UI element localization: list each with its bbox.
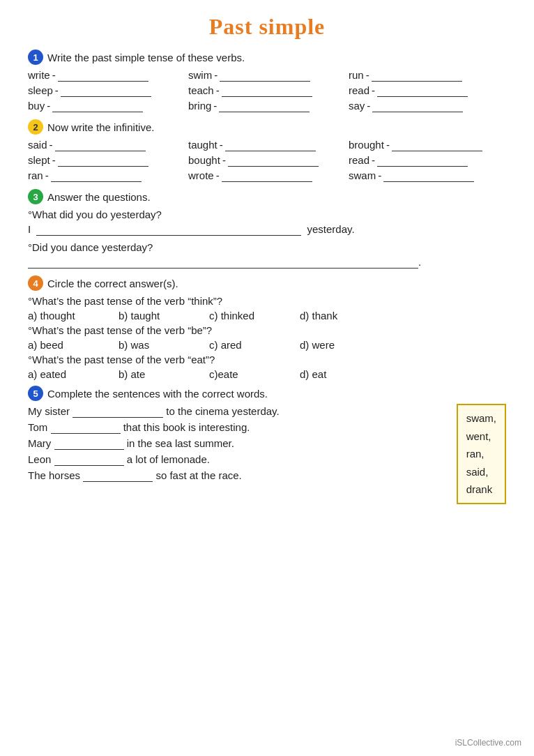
dash: - [216,169,220,181]
section3-q1: °What did you do yesterday? I yesterday. [28,209,506,236]
option-a-beed[interactable]: a) beed [28,339,105,351]
dash: - [367,100,370,112]
option-c-thinked[interactable]: c) thinked [209,310,286,322]
section-3: 3 Answer the questions. °What did you do… [28,189,506,269]
sentence-5-blank[interactable] [83,469,153,482]
option-c-eate[interactable]: c)eate [209,368,286,380]
answer-slept-inf[interactable] [58,154,148,167]
answer-run[interactable] [372,69,462,82]
option-b-taught[interactable]: b) taught [119,310,195,322]
dash: - [47,100,50,112]
circle-q2-options: a) beed b) was c) ared d) were [28,339,506,351]
dash: - [45,169,49,181]
option-c-ared[interactable]: c) ared [209,339,286,351]
word-teach: teach [188,84,214,96]
section3-q2: °Did you dance yesterday? . [28,241,506,269]
section-4: 4 Circle the correct answer(s). °What’s … [28,275,506,380]
answer-write[interactable] [58,69,148,82]
answer-swim[interactable] [220,69,310,82]
answer-sleep[interactable] [61,84,151,97]
list-item: said - [28,139,185,151]
dash: - [372,154,375,166]
section-5: 5 Complete the sentences with the correc… [28,386,506,482]
circle-q3-options: a) eated b) ate c)eate d) eat [28,368,506,380]
badge-4: 4 [28,275,43,291]
sentence-3-blank[interactable] [54,437,124,450]
list-item: read - [349,154,506,167]
dash: - [222,154,226,166]
option-b-was[interactable]: b) was [119,339,195,351]
option-d-eat[interactable]: d) eat [300,368,376,380]
dash: - [366,69,369,81]
list-item: slept - [28,154,185,167]
circle-q3: °What’s the past tense of the verb “eat”… [28,354,506,380]
page-title: Past simple [28,14,506,40]
answer-taught-inf[interactable] [225,139,316,151]
list-item: bought - [188,154,346,167]
circle-q3-text: °What’s the past tense of the verb “eat”… [28,354,506,365]
option-d-thank[interactable]: d) thank [300,310,376,322]
word-ran: ran, [466,445,496,463]
list-item: buy - [28,100,185,112]
sentence-1-blank[interactable] [73,405,163,418]
dash: - [386,139,390,151]
list-item: bring - [188,100,346,112]
section3-label: Answer the questions. [47,191,151,203]
answer-wrote-inf[interactable] [222,169,312,182]
answer-bring[interactable] [219,100,310,112]
sentence-2-prefix: Tom [28,421,47,433]
answer-q2[interactable] [28,256,418,269]
dash: - [372,84,375,96]
answer-said-inf[interactable] [55,139,146,151]
list-item: swam - [349,169,506,182]
circle-q2: °What’s the past tense of the verb “be”?… [28,324,506,351]
word-slept: slept [28,154,50,166]
question-2: °Did you dance yesterday? [28,241,506,253]
circle-q2-text: °What’s the past tense of the verb “be”? [28,324,506,336]
option-a-thought[interactable]: a) thought [28,310,105,322]
answer-1-row: I yesterday. [28,223,506,236]
word-say: say [349,100,365,112]
circle-q1: °What’s the past tense of the verb “thin… [28,295,506,322]
section2-grid: said - taught - brought - slept - bought… [28,139,506,182]
sentence-4-blank[interactable] [54,453,124,466]
list-item: read - [349,84,506,97]
word-brought: brought [349,139,384,151]
answer-ran-inf[interactable] [51,169,142,182]
badge-3: 3 [28,189,43,204]
dash: - [378,169,381,181]
word-swim: swim [188,69,212,81]
section-1: 1 Write the past simple tense of these v… [28,50,506,112]
word-drank: drank [466,481,496,499]
answer-say[interactable] [372,100,463,112]
section1-label: Write the past simple tense of these ver… [47,52,245,63]
answer-teach[interactable] [222,84,312,97]
answer-brought-inf[interactable] [392,139,482,151]
sentence-2-blank[interactable] [51,421,121,434]
sentence-4-suffix: a lot of lemonade. [127,453,210,465]
word-taught: taught [188,139,218,151]
answer-read2-inf[interactable] [377,154,468,167]
word-read2: read [349,154,369,166]
sentence-1: My sister to the cinema yesterday. [28,405,506,418]
word-run: run [349,69,364,81]
word-swam: swam, [466,409,496,428]
answer-bought-inf[interactable] [228,154,319,167]
word-said: said [28,139,47,151]
answer-buy[interactable] [52,100,143,112]
list-item: teach - [188,84,346,97]
option-a-eated[interactable]: a) eated [28,368,105,380]
sentence-2-suffix: that this book is interesting. [123,421,250,433]
answer-2-row: . [28,256,506,269]
badge-1: 1 [28,50,43,65]
answer-q1[interactable] [36,223,301,236]
option-b-ate[interactable]: b) ate [119,368,195,380]
section5-label: Complete the sentences with the correct … [47,388,268,400]
sentence-5: The horses so fast at the race. [28,469,506,482]
answer-swam-inf[interactable] [383,169,474,182]
dash: - [55,84,59,96]
list-item: sleep - [28,84,185,97]
dash: - [213,100,217,112]
option-d-were[interactable]: d) were [300,339,376,351]
answer-read1[interactable] [377,84,468,97]
